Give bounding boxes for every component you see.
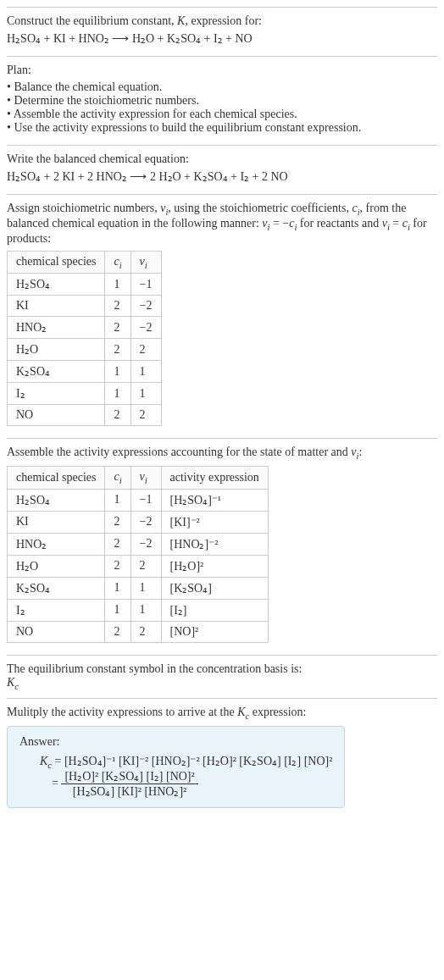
table-row: HNO₂2−2[HNO₂]⁻² <box>8 533 269 555</box>
kc-fraction: [H₂O]² [K₂SO₄] [I₂] [NO]² [H₂SO₄] [KI]² … <box>61 769 197 799</box>
activity-table: chemical species ci νi activity expressi… <box>7 466 269 643</box>
prompt-line1: Construct the equilibrium constant, K, e… <box>7 14 437 28</box>
prompt-section: Construct the equilibrium constant, K, e… <box>7 7 437 56</box>
col-activity: activity expression <box>161 467 268 490</box>
answer-box: Answer: Kc = [H₂SO₄]⁻¹ [KI]⁻² [HNO₂]⁻² [… <box>7 726 345 809</box>
K-symbol: K <box>177 14 185 27</box>
plan-item: Assemble the activity expression for eac… <box>7 108 437 121</box>
kc-symbol: Kc <box>7 676 437 691</box>
activity-section: Assemble the activity expressions accoun… <box>7 438 437 655</box>
kc-numerator: [H₂O]² [K₂SO₄] [I₂] [NO]² <box>61 769 197 784</box>
plan-item: Balance the chemical equation. <box>7 80 437 94</box>
col-ci: ci <box>105 467 130 490</box>
table-row: HNO₂2−2 <box>8 317 162 339</box>
table-row: KI2−2[KI]⁻² <box>8 511 269 533</box>
kc-line1-rhs: [H₂SO₄]⁻¹ [KI]⁻² [HNO₂]⁻² [H₂O]² [K₂SO₄]… <box>64 755 332 767</box>
balanced-section: Write the balanced chemical equation: H₂… <box>7 145 437 194</box>
col-species: chemical species <box>8 251 105 274</box>
col-ci: ci <box>105 251 130 274</box>
table-row: I₂11 <box>8 383 162 405</box>
table-row: KI2−2 <box>8 296 162 317</box>
table-row: H₂SO₄1−1[H₂SO₄]⁻¹ <box>8 489 269 511</box>
answer-label: Answer: <box>19 735 332 749</box>
stoich-heading: Assign stoichiometric numbers, νi, using… <box>7 202 437 246</box>
equals-sign: = <box>52 777 61 789</box>
table-row: I₂11[I₂] <box>8 599 269 621</box>
kc-line1: Kc = [H₂SO₄]⁻¹ [KI]⁻² [HNO₂]⁻² [H₂O]² [K… <box>40 754 332 770</box>
table-row: K₂SO₄11[K₂SO₄] <box>8 577 269 599</box>
prompt-equation: H₂SO₄ + KI + HNO₂ ⟶ H₂O + K₂SO₄ + I₂ + N… <box>7 31 437 46</box>
table-header-row: chemical species ci νi activity expressi… <box>8 467 269 490</box>
symbol-heading: The equilibrium constant symbol in the c… <box>7 662 437 676</box>
plan-item: Determine the stoichiometric numbers. <box>7 94 437 108</box>
col-vi: νi <box>130 467 161 490</box>
col-species: chemical species <box>8 467 105 490</box>
table-row: H₂O22[H₂O]² <box>8 555 269 577</box>
plan-list: Balance the chemical equation. Determine… <box>7 80 437 135</box>
table-row: H₂O22 <box>8 339 162 361</box>
plan-item: Use the activity expressions to build th… <box>7 121 437 135</box>
table-row: NO22 <box>8 405 162 426</box>
kc-expression: Kc = [H₂SO₄]⁻¹ [KI]⁻² [HNO₂]⁻² [H₂O]² [K… <box>19 754 332 800</box>
stoich-section: Assign stoichiometric numbers, νi, using… <box>7 194 437 438</box>
activity-heading: Assemble the activity expressions accoun… <box>7 446 437 461</box>
plan-section: Plan: Balance the chemical equation. Det… <box>7 56 437 145</box>
stoich-table: chemical species ci νi H₂SO₄1−1 KI2−2 HN… <box>7 251 162 427</box>
plan-heading: Plan: <box>7 64 437 77</box>
balanced-heading: Write the balanced chemical equation: <box>7 152 437 166</box>
balanced-equation: H₂SO₄ + 2 KI + 2 HNO₂ ⟶ 2 H₂O + K₂SO₄ + … <box>7 169 437 184</box>
table-header-row: chemical species ci νi <box>8 251 162 274</box>
table-row: K₂SO₄11 <box>8 361 162 383</box>
kc-line2: = [H₂O]² [K₂SO₄] [I₂] [NO]² [H₂SO₄] [KI]… <box>40 769 332 799</box>
col-vi: νi <box>130 251 161 274</box>
kc-denominator: [H₂SO₄] [KI]² [HNO₂]² <box>61 784 197 799</box>
table-row: NO22[NO]² <box>8 621 269 642</box>
multiply-section: Mulitply the activity expressions to arr… <box>7 698 437 816</box>
multiply-heading: Mulitply the activity expressions to arr… <box>7 706 437 721</box>
symbol-section: The equilibrium constant symbol in the c… <box>7 655 437 698</box>
table-row: H₂SO₄1−1 <box>8 274 162 296</box>
